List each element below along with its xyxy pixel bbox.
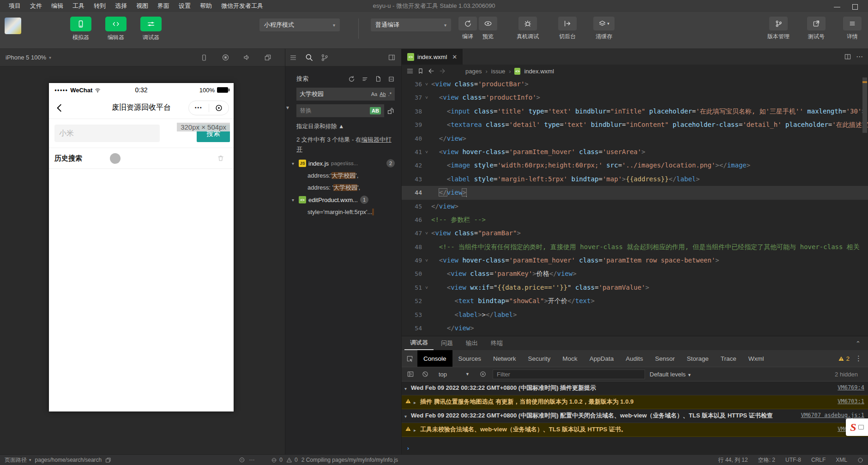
debugger-tab[interactable]: 问题 <box>435 337 458 350</box>
search-result-match-row[interactable]: address:'大学校园', <box>292 170 395 182</box>
code-line[interactable]: 42 <image style='width:60rpx;height:60rp… <box>402 159 868 172</box>
compile-button[interactable]: 编译 <box>458 17 477 41</box>
code-line[interactable]: 45</view> <box>402 200 868 213</box>
code-line[interactable]: 51˅ <view wx:if="{{data.price==''}}" cla… <box>402 281 868 294</box>
clear-console-icon[interactable] <box>420 370 430 378</box>
code-line[interactable]: 37˅ <view class='productInfo'> <box>402 91 868 104</box>
refresh-results-icon[interactable] <box>348 76 355 83</box>
devtools-more-icon[interactable]: ⋮ <box>855 354 862 363</box>
more-button[interactable]: ••• <box>189 105 209 110</box>
open-in-editor-icon[interactable] <box>375 76 381 83</box>
search-result-file-row[interactable]: ▾<>editProduct.wxm...1 <box>292 194 395 206</box>
mode-select[interactable]: 小程序模式▾ <box>259 18 340 31</box>
search-result-file-row[interactable]: ▾JSindex.jspages\iss...2 <box>292 157 395 170</box>
editor-more-icon[interactable]: ⋯ <box>856 53 863 61</box>
devtools-tab-appdata[interactable]: AppData <box>584 350 620 367</box>
record-icon[interactable] <box>215 54 236 61</box>
search-query-input[interactable]: 大学校园 Aa Ab .* <box>296 88 395 101</box>
menu-item[interactable]: 工具 <box>68 0 89 12</box>
breadcrumb-issue[interactable]: issue <box>491 68 505 75</box>
outline-icon[interactable] <box>406 67 414 75</box>
minimize-icon[interactable] <box>834 7 840 7</box>
cursor-position[interactable]: 行 44, 列 12 <box>718 456 748 464</box>
devtools-tab-wxml[interactable]: Wxml <box>742 350 770 367</box>
expand-icon[interactable]: ▾ <box>404 412 411 421</box>
code-line[interactable]: 44 </view> <box>402 186 868 199</box>
collapse-all-icon[interactable] <box>388 76 395 83</box>
fold-chevron-icon[interactable]: ˅ <box>422 145 431 159</box>
code-line[interactable]: 49˅ <view hover-class='paramItem_hover' … <box>402 254 868 267</box>
details-button[interactable]: 详情 <box>843 17 862 41</box>
editor-toggle[interactable]: 编辑器 <box>105 17 127 42</box>
code-line[interactable]: 52 <text bindtap="showCal">开个价</text> <box>402 294 868 308</box>
preserve-case-toggle[interactable]: AB <box>370 107 381 114</box>
encoding-setting[interactable]: UTF-8 <box>785 457 801 463</box>
mute-icon[interactable] <box>236 54 257 61</box>
log-levels-select[interactable]: Default levels ▼ <box>650 371 692 378</box>
code-line[interactable]: 38 <input class='title' type='text' bind… <box>402 105 868 118</box>
search-input[interactable]: 小米 <box>54 125 160 142</box>
code-line[interactable]: 40 </view> <box>402 132 868 145</box>
eye-watch-icon[interactable] <box>478 370 488 378</box>
devtools-tab-sensor[interactable]: Sensor <box>649 350 681 367</box>
regex-toggle[interactable]: .* <box>388 91 392 97</box>
editor-scrollbar[interactable] <box>862 78 867 336</box>
tab-index-wxml[interactable]: <> index.wxml ✕ <box>402 49 463 65</box>
log-source-link[interactable]: VM6769:4 <box>838 383 864 392</box>
expand-icon[interactable]: ▸ <box>414 398 420 407</box>
remote-debug-button[interactable]: 真机调试 <box>517 17 539 41</box>
test-account-button[interactable]: 测试号 <box>807 17 826 41</box>
phone-frame-icon[interactable] <box>193 54 215 61</box>
toggle-replace-icon[interactable]: ▼ <box>285 105 290 110</box>
console-sidebar-icon[interactable] <box>405 370 416 378</box>
code-line[interactable]: 48 <!-- 当组件中没有任何指定的类时, 直接使用 hover-class … <box>402 240 868 254</box>
version-control-button[interactable]: 版本管理 <box>767 17 790 41</box>
bookmark-icon[interactable] <box>417 68 424 74</box>
replace-all-icon[interactable] <box>387 107 395 115</box>
code-line[interactable]: 36˅<view class='productBar'> <box>402 78 868 91</box>
compile-mode-select[interactable]: 普通编译▾ <box>371 18 451 31</box>
dirs-filter-toggle[interactable]: 指定目录和排除 ▲ <box>296 123 395 131</box>
expand-icon[interactable]: ▸ <box>414 426 420 435</box>
devtools-tab-sources[interactable]: Sources <box>452 350 488 367</box>
back-icon[interactable] <box>54 103 65 113</box>
code-line[interactable]: 53 <label>></label> <box>402 308 868 322</box>
split-editor-icon[interactable] <box>844 53 851 60</box>
search-result-match-row[interactable]: address: '大学校园', <box>292 182 395 194</box>
menu-item[interactable]: 文件 <box>26 0 46 12</box>
code-line[interactable]: 41˅ <view hover-class='paramItem_hover' … <box>402 145 868 159</box>
current-page-path[interactable]: pages/home/search/search <box>35 457 102 463</box>
indent-setting[interactable]: 空格: 2 <box>758 456 775 464</box>
warning-count[interactable]: 0 <box>286 457 298 463</box>
preview-button[interactable]: 预览 <box>479 17 497 41</box>
close-miniprogram-button[interactable] <box>209 104 229 112</box>
menu-item[interactable]: 帮助 <box>196 0 216 12</box>
code-line[interactable]: 39 <textarea class='detail' type='text' … <box>402 118 868 131</box>
menu-item[interactable]: 设置 <box>175 0 195 12</box>
expand-icon[interactable]: ▾ <box>404 384 411 393</box>
simulator-toggle[interactable]: 模拟器 <box>70 17 91 42</box>
devtools-tab-console[interactable]: Console <box>417 350 452 367</box>
devtools-tab-audits[interactable]: Audits <box>620 350 649 367</box>
match-case-toggle[interactable]: Aa <box>371 91 377 97</box>
console-log-row[interactable]: ▾Wed Feb 09 2022 00:32:22 GMT+0800 (中国标准… <box>402 382 868 395</box>
log-source-link[interactable]: VM6703:1 <box>838 397 864 406</box>
code-line[interactable]: 50 <view class='paramKey'>价格</view> <box>402 267 868 280</box>
code-line[interactable]: 43 <label style='margin-left:5rpx' bindt… <box>402 173 868 186</box>
devtools-tab-storage[interactable]: Storage <box>681 350 714 367</box>
language-mode[interactable]: XML <box>836 457 847 463</box>
avatar[interactable] <box>5 18 21 34</box>
close-tab-icon[interactable]: ✕ <box>452 54 457 60</box>
fold-chevron-icon[interactable]: ˅ <box>422 91 431 104</box>
fold-chevron-icon[interactable]: ˅ <box>422 254 431 267</box>
menu-item[interactable]: 微信开发者工具 <box>217 0 267 12</box>
copy-path-icon[interactable] <box>105 457 111 463</box>
menu-item[interactable]: 项目 <box>5 0 25 12</box>
breadcrumb-file[interactable]: index.wxml <box>524 68 554 75</box>
console-prompt[interactable]: › <box>402 442 868 454</box>
whole-word-toggle[interactable]: Ab <box>380 91 386 97</box>
warnings-badge[interactable]: 2 <box>838 355 850 362</box>
git-icon[interactable] <box>317 54 332 62</box>
multi-window-icon[interactable] <box>257 54 278 61</box>
devtools-tab-network[interactable]: Network <box>487 350 522 367</box>
